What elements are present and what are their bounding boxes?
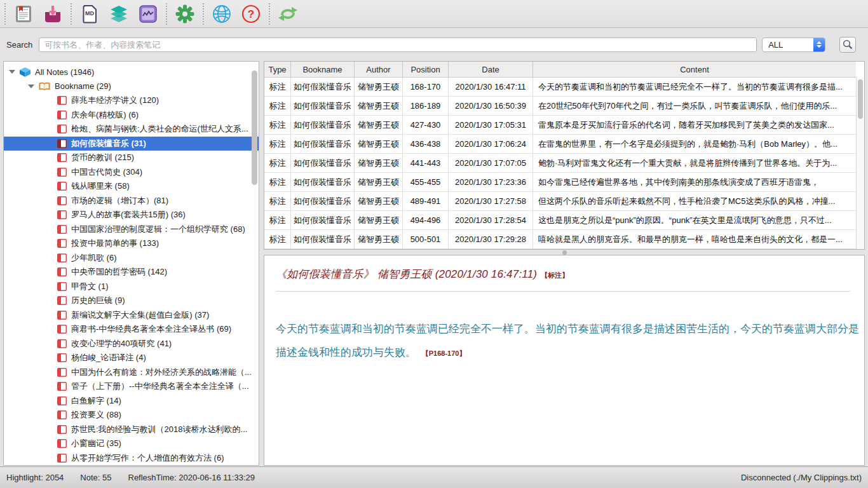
tree-item-all-notes[interactable]: All Notes (1946) — [4, 65, 259, 79]
table-column-header[interactable]: Content — [533, 62, 856, 77]
tree-item-label: 白鱼解字 (14) — [71, 395, 121, 407]
tree-item-bookname-group[interactable]: Bookname (29) — [4, 79, 259, 94]
tree-item-label: 改变心理学的40项研究 (41) — [71, 338, 172, 349]
tree-item-book[interactable]: 钱从哪里来 (58) — [4, 179, 259, 194]
book-icon — [57, 325, 67, 334]
tree-item-book[interactable]: 庆余年(精校版) (6) — [4, 108, 259, 123]
search-input[interactable] — [39, 37, 757, 52]
layers-button[interactable] — [104, 1, 133, 27]
filter-dropdown[interactable]: ALL — [762, 37, 825, 52]
table-body: 标注 如何假装懂音乐 储智勇王硕 168-170 2020/1/30 16:47… — [264, 78, 856, 249]
cell-author: 储智勇王硕 — [355, 192, 403, 210]
svg-text:MD: MD — [85, 10, 94, 17]
cell-author: 储智勇王硕 — [355, 135, 403, 153]
tree-item-book[interactable]: 中国国家治理的制度逻辑：一个组织学研究 (68) — [4, 222, 259, 237]
book-icon — [57, 296, 67, 305]
tree-item-book[interactable]: 中国为什么有前途：对外经济关系的战略潜能（... — [4, 365, 259, 380]
cell-bookname: 如何假装懂音乐 — [291, 116, 355, 134]
table-row[interactable]: 标注 如何假装懂音乐 储智勇王硕 441-443 2020/1/30 17:07… — [264, 154, 856, 173]
table-column-header[interactable]: Author — [355, 62, 403, 77]
table-row[interactable]: 标注 如何假装懂音乐 储智勇王硕 436-438 2020/1/30 17:06… — [264, 135, 856, 154]
cell-content: 今天的节奏蓝调和当初的节奏蓝调已经完全不一样了。当初的节奏蓝调有很多是描... — [533, 78, 856, 96]
tree-item-book[interactable]: 商君书-中华经典名著全本全注全译丛书 (69) — [4, 322, 259, 337]
settings-button[interactable] — [170, 1, 200, 27]
table-column-header[interactable]: Type — [264, 62, 291, 77]
tree-item-book[interactable]: 中央帝国的哲学密码 (142) — [4, 265, 259, 280]
table-row[interactable]: 标注 如何假装懂音乐 储智勇王硕 427-430 2020/1/30 17:05… — [264, 116, 856, 135]
toolbar-separator — [269, 3, 270, 25]
cell-position: 168-170 — [403, 78, 449, 96]
tree-item-book[interactable]: 如何假装懂音乐 (31) — [4, 137, 259, 151]
cell-bookname: 如何假装懂音乐 — [291, 230, 355, 248]
table-scrollbar[interactable] — [856, 78, 864, 249]
tree-item-book[interactable]: 小窗幽记 (35) — [4, 437, 259, 451]
import-button[interactable] — [38, 1, 67, 27]
tree-item-label: All Notes (1946) — [35, 67, 94, 77]
tree-item-book[interactable]: 管子（上下册）--中华经典名著全本全注全译（... — [4, 379, 259, 394]
detail-position-tag: 【P168-170】 — [422, 349, 466, 357]
tree-item-book[interactable]: 从零开始学写作：个人增值的有效方法 (6) — [4, 451, 259, 466]
cell-bookname: 如何假装懂音乐 — [291, 211, 355, 229]
cell-position: 441-443 — [403, 154, 449, 172]
cell-position: 427-430 — [403, 116, 449, 134]
table-row[interactable]: 标注 如何假装懂音乐 储智勇王硕 168-170 2020/1/30 16:47… — [264, 78, 856, 97]
help-button[interactable]: ? — [236, 1, 266, 27]
notes-button[interactable] — [9, 1, 38, 27]
table-column-header[interactable]: Bookname — [291, 62, 355, 77]
tree-books: 薛兆丰经济学讲义 (120) 庆余年(精校版) (6) 枪炮、病菌与钢铁:人类社… — [4, 93, 259, 465]
open-book-icon — [39, 82, 50, 91]
tree-item-book[interactable]: 市场的逻辑（增订本）(81) — [4, 194, 259, 208]
web-button[interactable] — [207, 1, 236, 27]
toolbar-separator — [4, 3, 6, 25]
book-icon — [57, 282, 67, 291]
tree-item-label: 苏世民:我的经验与教训（2018读桥水达利欧的... — [71, 424, 247, 435]
tree-item-book[interactable]: 货币的教训 (215) — [4, 151, 259, 165]
tree-item-book[interactable]: 新编说文解字大全集(超值白金版) (37) — [4, 308, 259, 323]
tree-item-book[interactable]: 投资中最简单的事 (133) — [4, 236, 259, 251]
cell-author: 储智勇王硕 — [355, 116, 403, 134]
table-row[interactable]: 标注 如何假装懂音乐 储智勇王硕 186-189 2020/1/30 16:50… — [264, 97, 856, 116]
tree-item-book[interactable]: 投资要义 (88) — [4, 408, 259, 423]
table-column-header[interactable]: Date — [449, 62, 533, 77]
tree-item-book[interactable]: 罗马人的故事(套装共15册) (36) — [4, 208, 259, 222]
tree-scrollbar-thumb[interactable] — [252, 71, 257, 185]
tree-item-book[interactable]: 白鱼解字 (14) — [4, 394, 259, 409]
tree-item-book[interactable]: 改变心理学的40项研究 (41) — [4, 337, 259, 351]
cell-author: 储智勇王硕 — [355, 154, 403, 172]
search-button[interactable] — [839, 37, 856, 53]
table-row[interactable]: 标注 如何假装懂音乐 储智勇王硕 489-491 2020/1/30 17:27… — [264, 192, 856, 211]
tree-item-book[interactable]: 少年凯歌 (6) — [4, 251, 259, 266]
refresh-button[interactable] — [273, 1, 302, 27]
tree-item-label: 如何假装懂音乐 (31) — [71, 138, 146, 149]
disclosure-triangle-icon[interactable] — [9, 69, 15, 75]
tree-item-book[interactable]: 枪炮、病菌与钢铁:人类社会的命运(世纪人文系... — [4, 122, 259, 137]
tree-item-book[interactable]: 中国古代简史 (304) — [4, 165, 259, 180]
table-row[interactable]: 标注 如何假装懂音乐 储智勇王硕 494-496 2020/1/30 17:28… — [264, 211, 856, 230]
cell-author: 储智勇王硕 — [355, 78, 403, 96]
table-column-header[interactable]: Position — [403, 62, 449, 77]
disclosure-triangle-icon[interactable] — [28, 83, 34, 90]
table-row[interactable]: 标注 如何假装懂音乐 储智勇王硕 455-455 2020/1/30 17:23… — [264, 173, 856, 192]
toolbar-separator — [71, 3, 72, 25]
statistics-button[interactable] — [133, 1, 163, 27]
cell-date: 2020/1/30 17:05:31 — [449, 116, 533, 134]
tree-item-book[interactable]: 苏世民:我的经验与教训（2018读桥水达利欧的... — [4, 423, 259, 437]
cell-type: 标注 — [264, 192, 291, 210]
book-icon — [57, 225, 67, 234]
panel-splitter[interactable] — [264, 250, 865, 255]
tree-item-book[interactable]: 杨伯峻_论语译注 (4) — [4, 351, 259, 365]
table-row[interactable]: 标注 如何假装懂音乐 储智勇王硕 500-501 2020/1/30 17:29… — [264, 230, 856, 249]
tree-item-label: 投资要义 (88) — [71, 409, 121, 421]
table-scrollbar-thumb[interactable] — [858, 79, 863, 119]
markdown-export-button[interactable]: MD — [75, 1, 104, 27]
tree-item-label: 杨伯峻_论语译注 (4) — [71, 352, 146, 363]
tree-item-book[interactable]: 甲骨文 (1) — [4, 280, 259, 294]
status-note-count: Note: 55 — [80, 473, 111, 482]
statistics-icon — [139, 5, 157, 23]
tree-item-book[interactable]: 历史的巨镜 (9) — [4, 294, 259, 308]
tree-item-book[interactable]: 薛兆丰经济学讲义 (120) — [4, 93, 259, 108]
notes-icon — [15, 5, 32, 23]
cell-type: 标注 — [264, 211, 291, 229]
cell-type: 标注 — [264, 135, 291, 153]
note-detail-panel: 《如何假装懂音乐》 储智勇王硕 (2020/1/30 16:47:11) 【标注… — [264, 255, 865, 466]
